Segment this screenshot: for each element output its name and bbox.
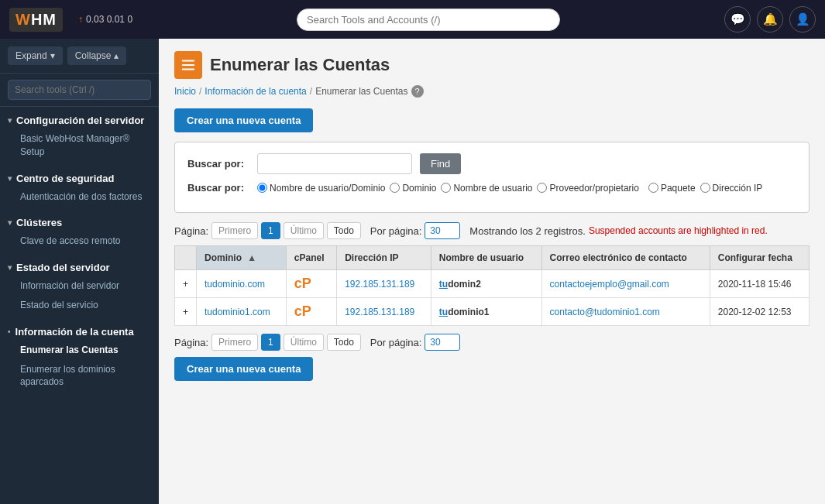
- radio-ip-input[interactable]: [700, 183, 710, 193]
- sidebar-search-input[interactable]: [8, 80, 151, 100]
- page-label-top: Página:: [174, 225, 208, 237]
- last-page-button-top[interactable]: Último: [284, 222, 324, 239]
- whm-logo: WHM: [9, 8, 63, 32]
- domain-link-2[interactable]: tudominio1.com: [205, 307, 270, 317]
- search-box: Buscar por: Find Buscar por: Nombre de u…: [174, 142, 810, 213]
- radio-provider[interactable]: Proveedor/propietario: [537, 183, 638, 194]
- radio-username[interactable]: Nombre de usuario: [441, 183, 532, 194]
- first-page-button-top[interactable]: Primero: [211, 222, 258, 239]
- search-radio-row: Buscar por: Nombre de usuario/Dominio Do…: [187, 182, 796, 194]
- username-1: tudomin2: [439, 279, 481, 290]
- domain-cell-2: tudominio1.com: [197, 298, 287, 326]
- ip-link-1[interactable]: 192.185.131.189: [345, 279, 414, 290]
- expand-cell-2[interactable]: +: [175, 298, 197, 326]
- email-link-2[interactable]: contacto@tudominio1.com: [550, 307, 660, 317]
- help-icon[interactable]: ?: [411, 85, 424, 98]
- chevron-down-icon: ▾: [8, 116, 12, 125]
- sidebar-section-header-clusteres[interactable]: ▾ Clústeres: [8, 217, 151, 228]
- all-pages-button-bottom[interactable]: Todo: [327, 334, 361, 351]
- svg-rect-2: [182, 69, 195, 70]
- per-page-input-top[interactable]: [425, 222, 460, 239]
- cpanel-icon-1[interactable]: cP: [294, 276, 311, 291]
- server-stats: ↑ 0.03 0.01 0: [78, 14, 132, 25]
- per-page-input-bottom[interactable]: [425, 334, 460, 351]
- radio-ip[interactable]: Dirección IP: [700, 183, 763, 194]
- user-icon-button[interactable]: 👤: [789, 6, 816, 33]
- create-account-button-top[interactable]: Crear una nueva cuenta: [174, 108, 313, 132]
- radio-package-input[interactable]: [648, 183, 658, 193]
- breadcrumb-section[interactable]: Información de la cuenta: [205, 86, 306, 97]
- topbar: WHM ↑ 0.03 0.01 0 💬 🔔 👤: [0, 0, 825, 39]
- domain-link-1[interactable]: tudominio.com: [205, 279, 265, 290]
- collapse-button[interactable]: Collapse ▴: [67, 46, 127, 65]
- buscar-input[interactable]: [257, 153, 412, 174]
- notifications-icon-button[interactable]: 🔔: [757, 6, 783, 33]
- content-inner: Enumerar las Cuentas Inicio / Informació…: [159, 39, 825, 396]
- sidebar-section-header-configuracion[interactable]: ▾ Configuración del servidor: [8, 115, 151, 126]
- cpanel-icon-2[interactable]: cP: [294, 303, 311, 319]
- col-domain[interactable]: Dominio ▲: [197, 246, 287, 270]
- suspended-note: Suspended accounts are highlighted in re…: [589, 225, 768, 236]
- search-area: [140, 9, 717, 31]
- radio-domain[interactable]: Dominio: [390, 183, 436, 194]
- table-header: Dominio ▲ cPanel Dirección IP Nombre de …: [175, 246, 810, 270]
- sidebar-item-two-factor[interactable]: Autenticación de dos factores: [8, 187, 151, 207]
- last-page-button-bottom[interactable]: Último: [284, 334, 324, 351]
- sidebar-item-enumerar-dominios[interactable]: Enumerar los dominios aparcados: [8, 360, 151, 393]
- sidebar-section-header-infocuenta[interactable]: • Información de la cuenta: [8, 326, 151, 338]
- sidebar: Expand ▾ Collapse ▴ ▾ Configuración del …: [0, 39, 159, 504]
- ip-cell-2: 192.185.131.189: [337, 298, 431, 326]
- all-pages-button-top[interactable]: Todo: [327, 222, 361, 239]
- list-icon: [180, 57, 197, 74]
- sort-arrow-domain: ▲: [247, 252, 256, 263]
- expand-cell-1[interactable]: +: [175, 270, 197, 298]
- breadcrumb-sep1: /: [199, 86, 201, 97]
- per-page-label-bottom: Por página:: [370, 337, 422, 348]
- radio-domain-input[interactable]: [390, 183, 400, 193]
- sidebar-section-header-seguridad[interactable]: ▾ Centro de seguridad: [8, 173, 151, 184]
- sidebar-item-server-info[interactable]: Información del servidor: [8, 276, 151, 296]
- sidebar-item-basic-setup[interactable]: Basic WebHost Manager® Setup: [8, 129, 151, 162]
- sidebar-section-estado: ▾ Estado del servidor Información del se…: [0, 254, 159, 318]
- cpanel-cell-1: cP: [286, 270, 336, 298]
- sidebar-section-header-estado[interactable]: ▾ Estado del servidor: [8, 262, 151, 273]
- email-cell-1: contactoejemplo@gmail.com: [541, 270, 710, 298]
- sidebar-expand-btns: Expand ▾ Collapse ▴: [0, 39, 159, 74]
- radio-package[interactable]: Paquete: [648, 183, 696, 194]
- sidebar-item-service-status[interactable]: Estado del servicio: [8, 296, 151, 315]
- username-cell-2: tudominio1: [431, 298, 541, 326]
- page-title: Enumerar las Cuentas: [210, 55, 390, 75]
- breadcrumb-sep2: /: [310, 86, 312, 97]
- email-cell-2: contacto@tudominio1.com: [541, 298, 710, 326]
- accounts-table: Dominio ▲ cPanel Dirección IP Nombre de …: [174, 245, 810, 326]
- global-search-input[interactable]: [297, 9, 560, 31]
- page-header-icon: [174, 51, 202, 79]
- email-link-1[interactable]: contactoejemplo@gmail.com: [550, 279, 669, 290]
- svg-rect-0: [182, 60, 195, 62]
- sidebar-item-enumerar-cuentas[interactable]: Enumerar las Cuentas: [8, 341, 151, 360]
- radio-username-domain-input[interactable]: [257, 183, 267, 193]
- content-area: Enumerar las Cuentas Inicio / Informació…: [159, 39, 825, 504]
- chevron-down-icon: •: [8, 327, 11, 336]
- breadcrumb-current: Enumerar las Cuentas: [315, 86, 407, 97]
- load-arrow: ↑: [78, 14, 83, 25]
- expand-button[interactable]: Expand ▾: [8, 46, 63, 65]
- username-cell-1: tudomin2: [431, 270, 541, 298]
- sidebar-section-configuracion: ▾ Configuración del servidor Basic WebHo…: [0, 107, 159, 165]
- breadcrumb-home[interactable]: Inicio: [174, 86, 196, 97]
- radio-username-domain[interactable]: Nombre de usuario/Dominio: [257, 183, 385, 194]
- first-page-button-bottom[interactable]: Primero: [211, 334, 258, 351]
- buscar-por-label: Buscar por:: [187, 158, 249, 170]
- chat-icon-button[interactable]: 💬: [724, 6, 751, 33]
- radio-username-input[interactable]: [441, 183, 451, 193]
- svg-rect-1: [182, 64, 195, 66]
- radio-provider-input[interactable]: [537, 183, 547, 193]
- find-button[interactable]: Find: [420, 153, 461, 174]
- page-header: Enumerar las Cuentas: [174, 51, 810, 79]
- create-account-button-bottom[interactable]: Crear una nueva cuenta: [174, 357, 313, 381]
- chevron-down-icon: ▾: [8, 218, 12, 227]
- ip-link-2[interactable]: 192.185.131.189: [345, 307, 414, 317]
- username-2: tudominio1: [439, 307, 490, 317]
- sidebar-item-remote-key[interactable]: Clave de acceso remoto: [8, 231, 151, 251]
- table-body: + tudominio.com cP 192.185.131.189: [175, 270, 810, 326]
